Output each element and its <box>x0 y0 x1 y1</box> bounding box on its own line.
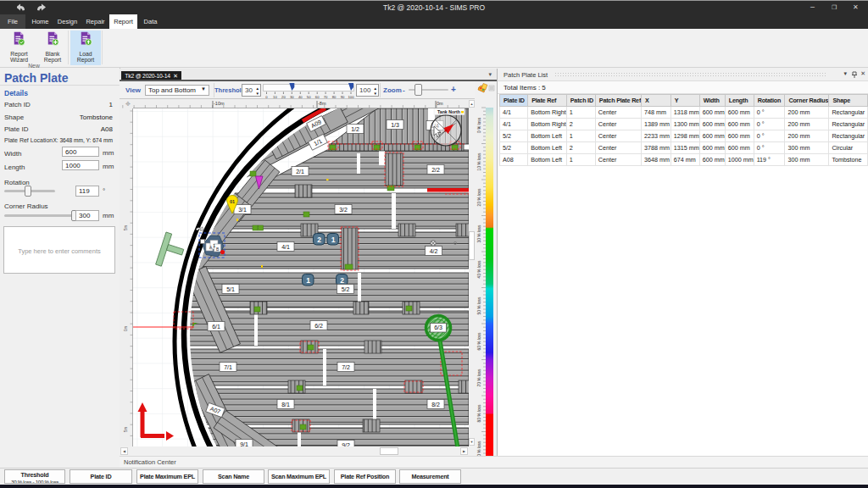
svg-text:0 % loss: 0 % loss <box>477 117 481 133</box>
svg-text:10: 10 <box>273 95 277 99</box>
svg-text:20: 20 <box>281 95 286 99</box>
svg-text:8/1: 8/1 <box>281 402 290 408</box>
svg-text:80: 80 <box>332 95 337 99</box>
svg-text:2/1: 2/1 <box>296 169 304 175</box>
svg-text:100: 100 <box>348 95 355 99</box>
svg-text:10 % loss: 10 % loss <box>477 152 481 170</box>
svg-text:20 % loss: 20 % loss <box>477 188 481 206</box>
svg-text:80 % loss: 80 % loss <box>477 404 481 422</box>
svg-text:0m: 0m <box>124 325 128 331</box>
svg-text:60: 60 <box>315 95 320 99</box>
svg-text:5m: 5m <box>124 426 128 432</box>
svg-text:5m: 5m <box>124 225 128 230</box>
svg-text:2: 2 <box>317 236 321 244</box>
svg-text:4/1: 4/1 <box>281 244 290 250</box>
svg-text:-8m: -8m <box>318 101 326 106</box>
svg-text:1/2: 1/2 <box>351 126 359 132</box>
svg-text:5/2: 5/2 <box>342 286 350 292</box>
svg-text:Tank North: Tank North <box>437 109 460 114</box>
svg-text:30 % loss: 30 % loss <box>477 225 481 242</box>
svg-text:5/1: 5/1 <box>226 286 235 292</box>
svg-text:2/2: 2/2 <box>431 167 440 173</box>
svg-text:50 % loss: 50 % loss <box>477 297 481 314</box>
svg-text:40 % loss: 40 % loss <box>477 260 481 278</box>
svg-text:0: 0 <box>265 95 268 99</box>
svg-text:1: 1 <box>306 276 310 285</box>
svg-text:2: 2 <box>340 276 344 285</box>
svg-text:6/1: 6/1 <box>212 324 220 330</box>
svg-text:0m: 0m <box>437 101 443 106</box>
svg-text:70: 70 <box>324 95 328 99</box>
svg-text:90: 90 <box>341 95 345 99</box>
svg-text:01: 01 <box>230 199 235 204</box>
svg-text:7/1: 7/1 <box>224 364 232 370</box>
svg-text:40: 40 <box>298 95 303 99</box>
svg-text:4/2: 4/2 <box>430 248 438 254</box>
svg-text:8/2: 8/2 <box>431 402 440 408</box>
svg-text:6/3: 6/3 <box>434 324 442 330</box>
svg-text:1/3: 1/3 <box>391 122 399 128</box>
svg-text:-10m: -10m <box>214 101 225 106</box>
svg-text:3/2: 3/2 <box>339 207 348 213</box>
svg-text:70 % loss: 70 % loss <box>477 369 481 386</box>
svg-text:6/2: 6/2 <box>314 323 323 329</box>
svg-text:30: 30 <box>290 95 294 99</box>
svg-text:✥: ✥ <box>125 101 131 107</box>
svg-text:7/2: 7/2 <box>342 364 350 370</box>
svg-text:1: 1 <box>331 236 336 244</box>
svg-text:60 % loss: 60 % loss <box>477 332 481 350</box>
svg-text:3/1: 3/1 <box>238 207 247 213</box>
svg-text:50: 50 <box>307 95 311 99</box>
